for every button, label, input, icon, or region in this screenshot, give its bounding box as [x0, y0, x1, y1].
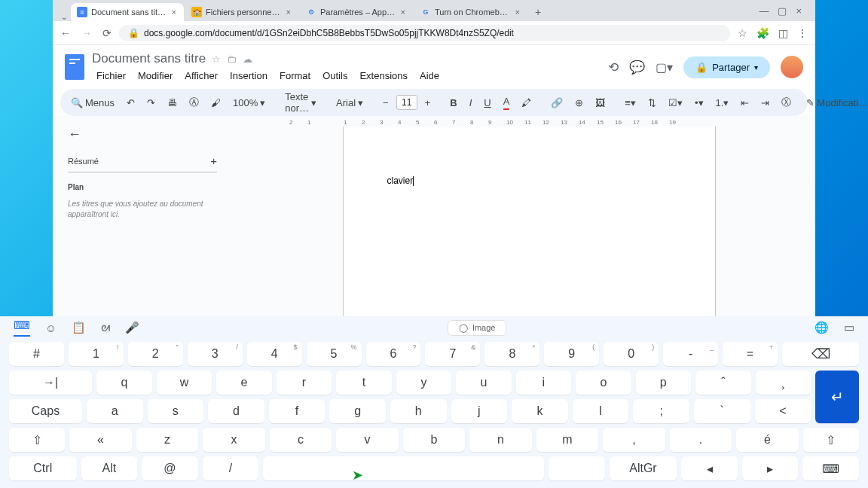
- tab[interactable]: ⚙ Paramètres – Apparence ×: [300, 3, 413, 21]
- decrease-font-icon[interactable]: −: [378, 94, 393, 111]
- key-tab[interactable]: →|: [9, 371, 92, 395]
- cloud-icon[interactable]: ☁: [243, 53, 252, 65]
- mic-icon[interactable]: 🎤: [125, 321, 139, 334]
- font-size-input[interactable]: [396, 95, 417, 110]
- emoji-icon[interactable]: ☺: [45, 322, 57, 334]
- back-icon[interactable]: ←: [60, 27, 71, 39]
- keyboard-mode-icon[interactable]: ⌨: [14, 319, 30, 337]
- redo-icon[interactable]: ↷: [142, 94, 160, 111]
- star-icon[interactable]: ☆: [212, 53, 221, 65]
- key-¸[interactable]: ¸: [756, 371, 811, 395]
- indent-increase-icon[interactable]: ⇥: [756, 94, 774, 111]
- forward-icon[interactable]: →: [81, 27, 92, 39]
- close-icon[interactable]: ×: [399, 8, 407, 17]
- key-e[interactable]: e: [216, 371, 271, 395]
- key-ˆ[interactable]: ˆ: [695, 371, 750, 395]
- key-6[interactable]: 6?: [366, 342, 421, 366]
- globe-icon[interactable]: 🌐: [815, 321, 829, 334]
- highlight-icon[interactable]: 🖍: [517, 94, 536, 111]
- move-icon[interactable]: 🗀: [227, 53, 237, 65]
- zoom-select[interactable]: 100% ▾: [228, 94, 270, 111]
- menu-help[interactable]: Aide: [415, 69, 444, 83]
- key-7[interactable]: 7&: [425, 342, 480, 366]
- style-select[interactable]: Texte nor… ▾: [280, 88, 321, 117]
- key-t[interactable]: t: [336, 371, 391, 395]
- comment-icon[interactable]: ⊕: [570, 94, 588, 111]
- key-p[interactable]: p: [636, 371, 691, 395]
- overflow-icon[interactable]: ⋮: [797, 27, 808, 39]
- close-icon[interactable]: ×: [170, 8, 178, 17]
- reload-icon[interactable]: ⟳: [102, 27, 112, 39]
- key-caps[interactable]: Caps: [9, 399, 82, 423]
- key-o[interactable]: o: [576, 371, 631, 395]
- key-.[interactable]: .: [670, 428, 732, 452]
- add-summary-icon[interactable]: +: [210, 154, 217, 167]
- key-r[interactable]: r: [277, 371, 332, 395]
- key-altgr[interactable]: AltGr: [610, 456, 677, 480]
- dock-icon[interactable]: ▭: [844, 321, 854, 334]
- key-q[interactable]: q: [96, 371, 151, 395]
- undo-icon[interactable]: ↶: [122, 94, 139, 111]
- italic-icon[interactable]: I: [465, 94, 477, 111]
- horizontal-ruler[interactable]: 21 123 456 789 101112 131415 161718 19: [243, 116, 815, 127]
- key-j[interactable]: j: [451, 399, 508, 423]
- tab[interactable]: 🏫 Fichiers personnels | Campus l ×: [185, 3, 298, 21]
- font-select[interactable]: Arial ▾: [332, 94, 368, 111]
- key-8[interactable]: 8*: [484, 342, 539, 366]
- bold-icon[interactable]: B: [445, 94, 461, 111]
- numbered-list-icon[interactable]: 1.▾: [711, 94, 734, 111]
- close-icon[interactable]: ×: [285, 8, 292, 17]
- checklist-icon[interactable]: ☑▾: [664, 94, 687, 111]
- key-slash[interactable]: /: [203, 456, 259, 480]
- key-u[interactable]: u: [456, 371, 511, 395]
- link-icon[interactable]: 🔗: [546, 94, 567, 111]
- spellcheck-icon[interactable]: Ⓐ: [185, 93, 203, 112]
- menu-tools[interactable]: Outils: [318, 69, 352, 83]
- key-s[interactable]: s: [148, 399, 204, 423]
- key-ctrl[interactable]: Ctrl: [9, 456, 77, 480]
- minimize-icon[interactable]: —: [759, 5, 769, 17]
- key-h[interactable]: h: [390, 399, 447, 423]
- key-9[interactable]: 9(: [544, 342, 599, 366]
- key-d[interactable]: d: [208, 399, 264, 423]
- key-b[interactable]: b: [403, 428, 466, 452]
- key-«[interactable]: «: [69, 428, 132, 452]
- key-x[interactable]: x: [203, 428, 265, 452]
- bulleted-list-icon[interactable]: •▾: [690, 94, 708, 111]
- key-right[interactable]: ▸: [742, 456, 799, 480]
- key-5[interactable]: 5%: [307, 342, 362, 366]
- key-shift-right[interactable]: ⇧: [803, 428, 859, 452]
- paint-format-icon[interactable]: 🖌: [206, 94, 225, 111]
- tab[interactable]: G Turn on Chromebook accessi ×: [414, 3, 527, 21]
- bookmark-icon[interactable]: ☆: [738, 27, 747, 39]
- key-<[interactable]: <: [755, 399, 811, 423]
- search-chip[interactable]: ◯ Image: [448, 320, 507, 336]
- history-icon[interactable]: ⟲: [608, 59, 619, 75]
- key-blank[interactable]: [549, 456, 605, 480]
- key-=[interactable]: =+: [723, 342, 778, 366]
- line-spacing-icon[interactable]: ⇅: [643, 94, 661, 111]
- menu-file[interactable]: Fichier: [92, 69, 130, 83]
- key-c[interactable]: c: [270, 428, 332, 452]
- sidepanel-icon[interactable]: ◫: [778, 27, 788, 39]
- key-i[interactable]: i: [516, 371, 571, 395]
- new-tab-button[interactable]: +: [529, 3, 547, 21]
- key-#[interactable]: #: [9, 342, 64, 366]
- key-w[interactable]: w: [157, 371, 212, 395]
- increase-font-icon[interactable]: +: [420, 94, 436, 111]
- key-3[interactable]: 3/: [188, 342, 243, 366]
- key-shift-left[interactable]: ⇧: [9, 428, 65, 452]
- key--[interactable]: -_: [663, 342, 718, 366]
- underline-icon[interactable]: U: [479, 94, 495, 111]
- close-window-icon[interactable]: ×: [796, 5, 802, 17]
- key-m[interactable]: m: [536, 428, 599, 452]
- meet-button[interactable]: ▢▾: [656, 60, 673, 75]
- key-alt[interactable]: Alt: [81, 456, 138, 480]
- editing-mode-button[interactable]: ✎ Modificati… ▾: [802, 94, 868, 111]
- key-4[interactable]: 4$: [247, 342, 302, 366]
- key-left[interactable]: ◂: [681, 456, 738, 480]
- menu-view[interactable]: Afficher: [180, 69, 222, 83]
- menu-edit[interactable]: Modifier: [133, 69, 177, 83]
- text-color-icon[interactable]: A: [499, 93, 515, 113]
- key-n[interactable]: n: [469, 428, 532, 452]
